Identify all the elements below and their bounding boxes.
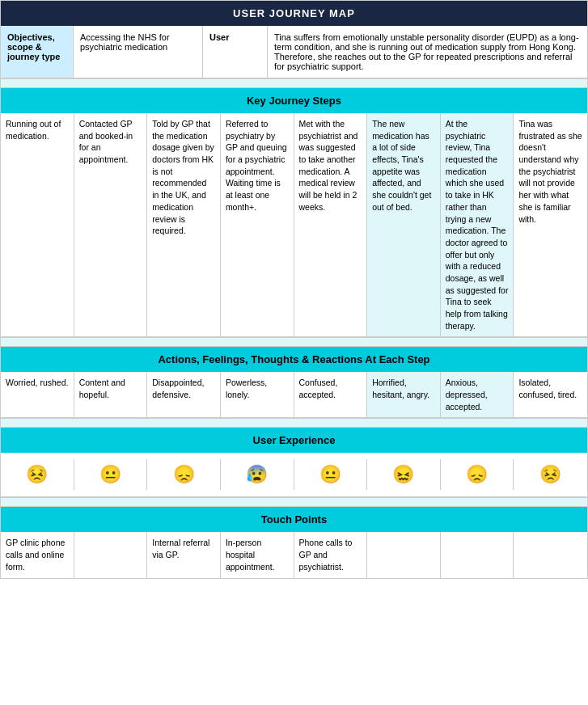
- emoji-2: 😐: [74, 459, 148, 490]
- spacer-3: [1, 418, 587, 428]
- emoji-grid: 😣 😐 😞 😰 😐 😖 😞 😣: [1, 453, 587, 496]
- feeling-cell-7: Anxious, depressed, accepted.: [441, 372, 514, 417]
- spacer-4: [1, 497, 587, 507]
- objectives-row: Objectives, scope & journey type Accessi…: [1, 26, 587, 78]
- emoji-4: 😰: [221, 459, 294, 490]
- objectives-label: Objectives, scope & journey type: [1, 26, 74, 78]
- journey-map-container: USER JOURNEY MAP Objectives, scope & jou…: [0, 0, 588, 579]
- feeling-cell-4: Powerless, lonely.: [221, 372, 294, 417]
- step-cell-5: Met with the psychiatrist and was sugges…: [294, 113, 368, 336]
- step-cell-2: Contacted GP and booked-in for an appoin…: [74, 113, 148, 336]
- steps-grid: Running out of medication. Contacted GP …: [1, 113, 587, 337]
- step-cell-7: At the psychiatric review, Tina requeste…: [441, 113, 514, 336]
- tp-cell-3: Internal referral via GP.: [147, 532, 221, 577]
- emoji-6: 😖: [367, 459, 441, 490]
- header-title: USER JOURNEY MAP: [233, 7, 355, 19]
- key-journey-header: Key Journey Steps: [1, 88, 587, 113]
- tp-cell-2: [74, 532, 148, 577]
- tp-cell-8: [514, 532, 587, 577]
- feelings-header: Actions, Feelings, Thoughts & Reactions …: [1, 347, 587, 372]
- spacer-1: [1, 78, 587, 88]
- tp-cell-7: [441, 532, 514, 577]
- step-cell-4: Referred to psychiatry by GP and queuing…: [221, 113, 294, 336]
- feeling-cell-6: Horrified, hesitant, angry.: [367, 372, 441, 417]
- emoji-1: 😣: [1, 459, 74, 490]
- ux-section: User Experience 😣 😐 😞 😰 😐 😖 😞 😣: [1, 428, 587, 497]
- objectives-user-label: User: [203, 26, 268, 78]
- ux-header: User Experience: [1, 428, 587, 453]
- tp-cell-5: Phone calls to GP and psychiatrist.: [294, 532, 368, 577]
- emoji-7: 😞: [441, 459, 514, 490]
- emoji-3: 😞: [147, 459, 221, 490]
- feelings-grid: Worried, rushed. Content and hopeful. Di…: [1, 372, 587, 418]
- feeling-cell-8: Isolated, confused, tired.: [514, 372, 587, 417]
- emoji-8: 😣: [514, 459, 587, 490]
- spacer-2: [1, 337, 587, 347]
- objectives-task: Accessing the NHS for psychiatric medica…: [74, 26, 203, 78]
- step-cell-8: Tina was frustrated as she doesn't under…: [514, 113, 587, 336]
- step-cell-1: Running out of medication.: [1, 113, 74, 336]
- feeling-cell-5: Confused, accepted.: [294, 372, 368, 417]
- feeling-cell-1: Worried, rushed.: [1, 372, 74, 417]
- feeling-cell-2: Content and hopeful.: [74, 372, 148, 417]
- emoji-5: 😐: [294, 459, 368, 490]
- touchpoints-grid: GP clinic phone calls and online form. I…: [1, 532, 587, 577]
- map-header: USER JOURNEY MAP: [1, 1, 587, 26]
- tp-cell-4: In-person hospital appointment.: [221, 532, 294, 577]
- step-cell-6: The new medication has a lot of side eff…: [367, 113, 441, 336]
- step-cell-3: Told by GP that the medication dosage gi…: [147, 113, 221, 336]
- feeling-cell-3: Disappointed, defensive.: [147, 372, 221, 417]
- touchpoints-header: Touch Points: [1, 507, 587, 532]
- touchpoints-section: Touch Points GP clinic phone calls and o…: [1, 507, 587, 577]
- tp-cell-1: GP clinic phone calls and online form.: [1, 532, 74, 577]
- objectives-user-description: Tina suffers from emotionally unstable p…: [268, 26, 587, 78]
- tp-cell-6: [367, 532, 441, 577]
